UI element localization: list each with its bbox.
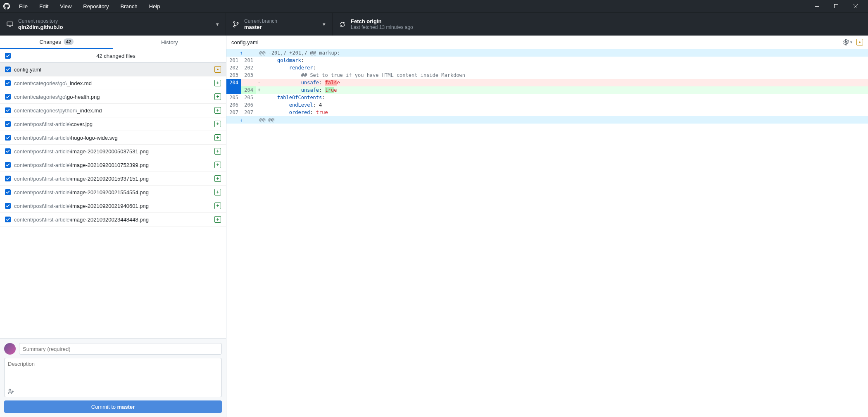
diff-line[interactable]: 206206 endLevel: 4: [226, 101, 868, 109]
avatar: [4, 343, 16, 355]
file-path: content\categories\python\_index.md: [14, 107, 211, 114]
file-row[interactable]: content\categories\go\go-health.png+: [0, 90, 226, 104]
status-added-icon: +: [214, 189, 221, 195]
branch-name: master: [244, 24, 318, 30]
menu-repository[interactable]: Repository: [79, 2, 113, 11]
menu-view[interactable]: View: [56, 2, 76, 11]
file-row[interactable]: content\post\first-article\image-2021092…: [0, 199, 226, 213]
svg-rect-3: [9, 26, 11, 27]
file-row[interactable]: content\post\first-article\image-2021092…: [0, 145, 226, 158]
menu-edit[interactable]: Edit: [35, 2, 52, 11]
titlebar: FileEditViewRepositoryBranchHelp: [0, 0, 868, 12]
file-path: content\post\first-article\image-2021092…: [14, 162, 211, 168]
svg-point-4: [233, 21, 235, 23]
file-list: config.yaml•content\categories\go\_index…: [0, 63, 226, 338]
commit-form: Commit to master: [0, 338, 226, 417]
status-added-icon: +: [214, 175, 221, 182]
diff-hunk-header[interactable]: ⇡@@ -201,7 +201,7 @@ markup:: [226, 49, 868, 57]
diff-status-icon: •: [856, 39, 863, 45]
menu-bar: FileEditViewRepositoryBranchHelp: [15, 2, 807, 11]
status-added-icon: +: [214, 107, 221, 114]
description-input[interactable]: [8, 361, 218, 386]
file-row[interactable]: content\post\first-article\image-2021092…: [0, 158, 226, 172]
window-close[interactable]: [846, 0, 865, 12]
status-added-icon: +: [214, 162, 221, 168]
file-checkbox[interactable]: [5, 80, 11, 86]
toolbar: Current repository qin2dim.github.io ▾ C…: [0, 12, 868, 36]
fetch-sublabel: Last fetched 13 minutes ago: [351, 24, 432, 30]
changes-count-badge: 42: [64, 38, 74, 45]
diff-line[interactable]: 202202 renderer:: [226, 64, 868, 71]
file-row[interactable]: content\post\first-article\image-2021092…: [0, 172, 226, 186]
diff-hunk-header[interactable]: ⇣@@ @@: [226, 116, 868, 124]
file-checkbox[interactable]: [5, 121, 11, 127]
chevron-down-icon: ▾: [216, 21, 219, 27]
file-path: content\post\first-article\image-2021092…: [14, 148, 211, 155]
changed-files-count: 42 changed files: [11, 53, 221, 59]
branch-icon: [233, 21, 239, 28]
file-checkbox[interactable]: [5, 67, 11, 72]
select-all-checkbox[interactable]: [5, 53, 11, 59]
menu-help[interactable]: Help: [145, 2, 164, 11]
fetch-origin-button[interactable]: Fetch origin Last fetched 13 minutes ago: [333, 13, 439, 36]
file-checkbox[interactable]: [5, 176, 11, 181]
file-path: content\post\first-article\image-2021092…: [14, 189, 211, 195]
status-modified-icon: •: [214, 66, 221, 73]
file-path: content\post\first-article\image-2021092…: [14, 203, 211, 209]
menu-branch[interactable]: Branch: [116, 2, 141, 11]
menu-file[interactable]: File: [15, 2, 32, 11]
file-row[interactable]: content\post\first-article\image-2021092…: [0, 186, 226, 199]
file-row[interactable]: content\post\first-article\image-2021092…: [0, 213, 226, 226]
file-checkbox[interactable]: [5, 162, 11, 168]
branch-selector[interactable]: Current branch master ▾: [226, 13, 333, 36]
monitor-icon: [7, 21, 13, 28]
add-coauthor-icon[interactable]: [8, 388, 14, 394]
diff-settings-button[interactable]: ▾: [843, 39, 852, 45]
file-row[interactable]: content\categories\go\_index.md+: [0, 76, 226, 90]
diff-line[interactable]: 207207 ordered: true: [226, 109, 868, 116]
file-path: content\post\first-article\hugo-logo-wid…: [14, 135, 211, 141]
file-path: content\post\first-article\image-2021092…: [14, 217, 211, 223]
file-path: content\categories\go\go-health.png: [14, 94, 211, 100]
tab-history[interactable]: History: [113, 36, 226, 49]
file-checkbox[interactable]: [5, 217, 11, 222]
diff-pane: config.yaml ▾ • ⇡@@ -201,7 +201,7 @@ mar…: [226, 36, 868, 417]
svg-rect-1: [834, 5, 838, 8]
tab-changes[interactable]: Changes 42: [0, 36, 113, 49]
file-path: content\categories\go\_index.md: [14, 80, 211, 86]
svg-point-7: [9, 389, 11, 391]
status-added-icon: +: [214, 93, 221, 100]
fetch-label: Fetch origin: [351, 18, 432, 24]
window-maximize[interactable]: [827, 0, 845, 12]
svg-point-5: [233, 26, 235, 27]
window-minimize[interactable]: [807, 0, 826, 12]
diff-line[interactable]: 204- unsafe: false: [226, 79, 868, 86]
file-checkbox[interactable]: [5, 189, 11, 195]
file-path: config.yaml: [14, 67, 211, 73]
file-checkbox[interactable]: [5, 107, 11, 113]
svg-point-6: [237, 22, 238, 24]
diff-line[interactable]: 204+ unsafe: true: [226, 86, 868, 94]
diff-body[interactable]: ⇡@@ -201,7 +201,7 @@ markup:201201 goldm…: [226, 49, 868, 417]
file-checkbox[interactable]: [5, 148, 11, 154]
file-row[interactable]: content\post\first-article\hugo-logo-wid…: [0, 131, 226, 145]
commit-button[interactable]: Commit to master: [4, 400, 222, 413]
status-added-icon: +: [214, 80, 221, 86]
github-icon: [3, 3, 10, 10]
repo-sublabel: Current repository: [18, 18, 211, 24]
file-checkbox[interactable]: [5, 203, 11, 209]
summary-input[interactable]: [19, 343, 222, 355]
file-row[interactable]: content\post\first-article\cover.jpg+: [0, 117, 226, 131]
file-checkbox[interactable]: [5, 94, 11, 100]
svg-rect-0: [815, 6, 819, 7]
diff-line[interactable]: 203203 ## Set to true if you have HTML c…: [226, 71, 868, 79]
diff-line[interactable]: 205205 tableOfContents:: [226, 94, 868, 101]
repository-selector[interactable]: Current repository qin2dim.github.io ▾: [0, 13, 226, 36]
file-row[interactable]: content\categories\python\_index.md+: [0, 104, 226, 117]
changes-header: 42 changed files: [0, 49, 226, 63]
file-row[interactable]: config.yaml•: [0, 63, 226, 76]
file-checkbox[interactable]: [5, 135, 11, 141]
diff-line[interactable]: 201201 goldmark:: [226, 57, 868, 64]
repo-name: qin2dim.github.io: [18, 24, 211, 30]
tab-changes-label: Changes: [40, 39, 61, 45]
